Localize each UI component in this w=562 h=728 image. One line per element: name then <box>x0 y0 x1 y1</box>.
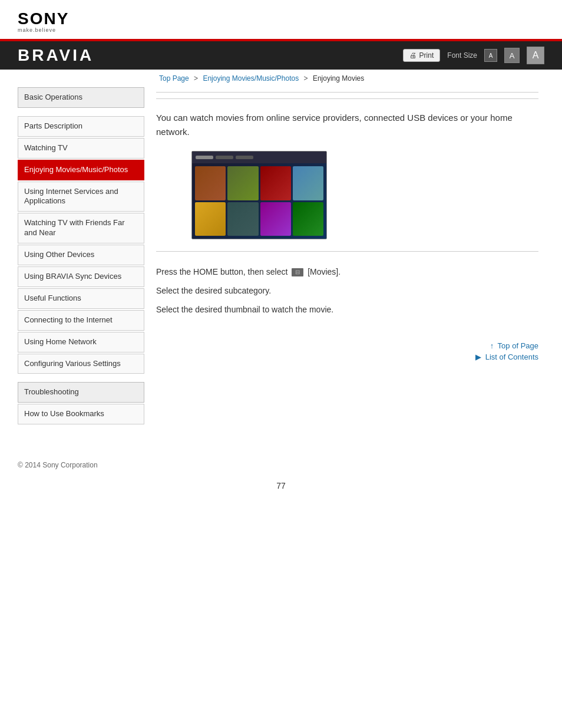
divider-top <box>156 92 538 93</box>
img-cell-7 <box>260 202 291 236</box>
sidebar-item-configuring-settings[interactable]: Configuring Various Settings <box>18 354 144 374</box>
movies-icon: ⊟ <box>292 268 303 276</box>
screenshot-container <box>191 151 538 239</box>
sony-text: SONY <box>18 11 69 27</box>
instructions: Press the HOME button, then select ⊟ [Mo… <box>156 263 538 318</box>
sidebar-item-using-other-devices[interactable]: Using Other Devices <box>18 245 144 265</box>
bravia-banner: BRAVIA 🖨 Print Font Size A A A <box>0 39 562 70</box>
breadcrumb-sep2: > <box>304 74 308 83</box>
bravia-title: BRAVIA <box>18 46 94 65</box>
printer-icon: 🖨 <box>409 51 416 60</box>
img-grid <box>192 163 326 239</box>
img-topbar <box>192 151 326 163</box>
breadcrumb-current: Enjoying Movies <box>313 74 364 83</box>
divider-second <box>156 98 538 99</box>
print-label: Print <box>419 51 434 60</box>
sidebar-item-using-bravia-sync[interactable]: Using BRAVIA Sync Devices <box>18 266 144 287</box>
arrow-right-icon: ▶ <box>475 353 481 361</box>
img-tab1 <box>196 156 213 159</box>
sidebar-item-useful-functions[interactable]: Useful Functions <box>18 288 144 309</box>
img-cell-2 <box>227 166 258 200</box>
list-of-contents-link[interactable]: ▶ List of Contents <box>156 353 538 361</box>
sidebar-item-troubleshooting[interactable]: Troubleshooting <box>18 382 144 403</box>
img-cell-1 <box>195 166 226 200</box>
breadcrumb-enjoying[interactable]: Enjoying Movies/Music/Photos <box>203 74 299 83</box>
sidebar-item-parts-description[interactable]: Parts Description <box>18 116 144 137</box>
sony-tagline: make.believe <box>18 27 56 33</box>
sony-logo: SONY make.believe <box>18 11 69 33</box>
img-cell-4 <box>293 166 323 200</box>
content-area: You can watch movies from online service… <box>144 87 562 437</box>
step1: Press the HOME button, then select ⊟ [Mo… <box>156 263 538 280</box>
sidebar-item-connecting-internet[interactable]: Connecting to the Internet <box>18 310 144 331</box>
sidebar-item-using-home-network[interactable]: Using Home Network <box>18 332 144 353</box>
print-button[interactable]: 🖨 Print <box>403 49 441 62</box>
copyright: © 2014 Sony Corporation <box>18 461 98 469</box>
step2: Select the desired subcategory. <box>156 282 538 299</box>
sidebar-item-enjoying-movies[interactable]: Enjoying Movies/Music/Photos <box>18 160 144 180</box>
main-layout: Basic Operations Parts Description Watch… <box>0 87 562 437</box>
top-of-page-link[interactable]: ↑ Top of Page <box>156 341 538 350</box>
content-description: You can watch movies from online service… <box>156 111 538 139</box>
img-cell-6 <box>227 202 258 236</box>
sidebar-item-basic-operations[interactable]: Basic Operations <box>18 87 144 108</box>
top-bar: SONY make.believe <box>0 0 562 39</box>
bottom-bar: © 2014 Sony Corporation <box>0 449 562 481</box>
img-cell-5 <box>195 202 226 236</box>
sidebar-item-watching-tv[interactable]: Watching TV <box>18 138 144 159</box>
banner-controls: 🖨 Print Font Size A A A <box>403 47 544 64</box>
sidebar: Basic Operations Parts Description Watch… <box>0 87 144 437</box>
img-cell-3 <box>260 166 291 200</box>
sidebar-item-using-internet[interactable]: Using Internet Services and Applications <box>18 182 144 212</box>
page-number: 77 <box>276 481 286 490</box>
img-tab2 <box>216 156 233 159</box>
page-number-container: 77 <box>0 481 562 502</box>
breadcrumb: Top Page > Enjoying Movies/Music/Photos … <box>0 70 562 87</box>
font-size-label: Font Size <box>447 51 477 60</box>
sidebar-item-watching-tv-friends[interactable]: Watching TV with Friends Far and Near <box>18 213 144 243</box>
screenshot-image <box>191 151 327 239</box>
font-small-button[interactable]: A <box>484 49 497 62</box>
breadcrumb-top-page[interactable]: Top Page <box>159 74 189 83</box>
step3: Select the desired thumbnail to watch th… <box>156 301 538 318</box>
img-cell-8 <box>293 202 323 236</box>
sidebar-item-how-to-use-bookmarks[interactable]: How to Use Bookmarks <box>18 404 144 424</box>
img-tab3 <box>236 156 253 159</box>
divider-middle <box>156 251 538 252</box>
font-medium-button[interactable]: A <box>504 48 520 63</box>
font-large-button[interactable]: A <box>527 47 544 64</box>
arrow-up-icon: ↑ <box>490 341 494 350</box>
content-footer: ↑ Top of Page ▶ List of Contents <box>156 341 538 361</box>
breadcrumb-sep1: > <box>194 74 198 83</box>
